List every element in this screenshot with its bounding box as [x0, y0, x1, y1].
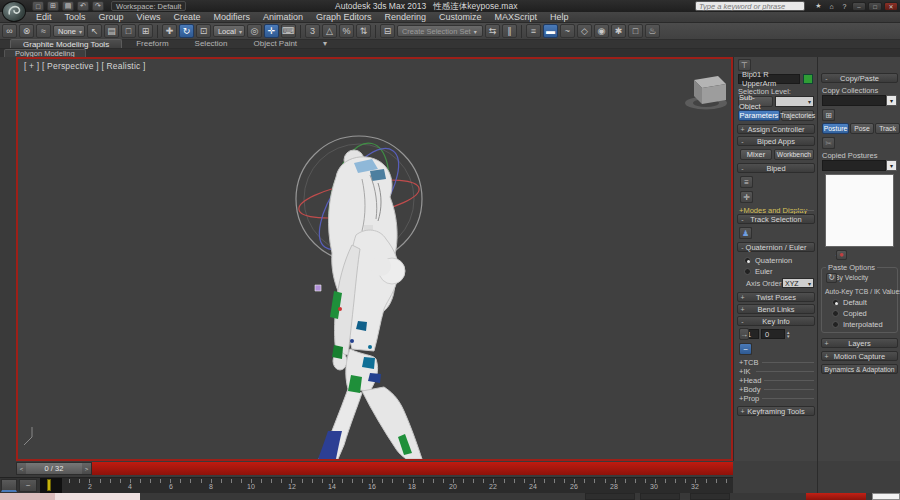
star-icon[interactable]: ★ — [813, 1, 824, 11]
menu-edit[interactable]: Edit — [36, 12, 52, 22]
selection-filter-dropdown[interactable]: None▾ — [53, 25, 85, 37]
trajectories-tab[interactable]: Trajectories — [781, 110, 814, 121]
workspace-dropdown[interactable]: Workspace: Default — [111, 1, 186, 11]
edit-named-sets-icon[interactable]: ⊟ — [380, 24, 395, 38]
bind-to-spacewarp-icon[interactable]: ≈ — [36, 24, 51, 38]
rollout-track-selection[interactable]: -Track Selection — [737, 214, 815, 224]
object-color-swatch[interactable] — [803, 74, 813, 84]
ribbon-tab-object-paint[interactable]: Object Paint — [242, 39, 310, 48]
next-key-icon[interactable]: → — [739, 328, 749, 340]
save-file-icon[interactable]: ▤ — [62, 1, 74, 11]
menu-group[interactable]: Group — [99, 12, 124, 22]
manage-layers-icon[interactable]: ≡ — [526, 24, 541, 38]
menu-graph-editors[interactable]: Graph Editors — [316, 12, 372, 22]
window-crossing-icon[interactable]: ⊞ — [138, 24, 153, 38]
body-expander[interactable]: +Body — [739, 385, 760, 394]
opposite-icon[interactable]: ♟ — [739, 227, 752, 239]
mixer-button[interactable]: Mixer — [740, 149, 772, 160]
coordinate-field[interactable] — [872, 493, 900, 500]
coord-system-dropdown[interactable]: Local▾ — [213, 25, 245, 37]
select-object-icon[interactable]: ↖ — [87, 24, 102, 38]
selection-range-button[interactable] — [1, 479, 17, 492]
playback-controls-button[interactable] — [690, 493, 730, 500]
maximize-button[interactable]: □ — [868, 2, 882, 11]
select-and-move-icon[interactable]: ✚ — [162, 24, 177, 38]
ribbon-tab-graphite[interactable]: Graphite Modeling Tools — [10, 39, 122, 48]
copied-postures-dropdown[interactable] — [822, 160, 886, 171]
ribbon-minimize-icon[interactable]: ▾ — [311, 39, 339, 48]
pose-tab[interactable]: Pose — [850, 123, 874, 134]
menu-help[interactable]: Help — [550, 12, 569, 22]
radio-interpolated[interactable]: Interpolated — [832, 320, 883, 329]
posture-tab[interactable]: Posture — [822, 123, 849, 134]
select-and-scale-icon[interactable]: ⊡ — [196, 24, 211, 38]
rollout-bend-links[interactable]: +Bend Links — [737, 304, 815, 314]
undo-icon[interactable]: ↶ — [77, 1, 89, 11]
rectangular-selection-icon[interactable]: □ — [121, 24, 136, 38]
rollout-biped-apps[interactable]: -Biped Apps — [737, 136, 815, 146]
toggle-ribbon-icon[interactable]: ▬ — [543, 24, 558, 38]
select-and-link-icon[interactable]: ∞ — [2, 24, 17, 38]
ribbon-panel-polygon-modeling[interactable]: Polygon Modeling — [4, 49, 86, 57]
mixer-mode-icon[interactable]: ≡ — [740, 176, 753, 188]
menu-maxscript[interactable]: MAXScript — [495, 12, 538, 22]
menu-customize[interactable]: Customize — [439, 12, 482, 22]
schematic-view-icon[interactable]: ◇ — [577, 24, 592, 38]
prop-expander[interactable]: +Prop — [739, 394, 759, 403]
select-and-manipulate-icon[interactable]: ✛ — [264, 24, 279, 38]
minimize-button[interactable]: – — [852, 2, 866, 11]
ribbon-tab-selection[interactable]: Selection — [183, 39, 240, 48]
head-expander[interactable]: +Head — [739, 376, 761, 385]
prev-frame-button[interactable]: < — [17, 463, 26, 474]
load-preferences-icon[interactable]: ⊞ — [822, 109, 835, 121]
menu-views[interactable]: Views — [137, 12, 161, 22]
copied-postures-arrow[interactable]: ▾ — [886, 160, 897, 171]
time-slider-track[interactable] — [92, 462, 733, 475]
auto-key-button[interactable] — [806, 493, 866, 500]
named-selection-dropdown[interactable]: Create Selection Set▾ — [397, 25, 483, 37]
radio-copied[interactable]: Copied — [832, 309, 867, 318]
render-production-icon[interactable]: ♨ — [645, 24, 660, 38]
paste-rotation-icon[interactable]: ↻ — [826, 273, 837, 283]
mirror-icon[interactable]: ⇆ — [485, 24, 500, 38]
redo-icon[interactable]: ↷ — [92, 1, 104, 11]
percent-snap-icon[interactable]: % — [339, 24, 354, 38]
track-bar[interactable]: ~ 2 4 6 8 10 12 14 16 18 20 22 24 26 28 … — [0, 477, 733, 493]
close-button[interactable]: ✕ — [884, 2, 898, 11]
snapshot-none-icon[interactable]: ● — [836, 250, 847, 260]
key-time-spinner[interactable]: ▴▾ — [787, 330, 790, 338]
curve-editor-icon[interactable]: ~ — [560, 24, 575, 38]
maxscript-listener-white[interactable] — [55, 493, 140, 500]
select-by-name-icon[interactable]: ▤ — [104, 24, 119, 38]
snap-toggle-icon[interactable]: 3 — [305, 24, 320, 38]
rollout-dynamics-adaptation[interactable]: +Dynamics & Adaptation — [821, 364, 898, 374]
material-editor-icon[interactable]: ◉ — [594, 24, 609, 38]
cut-posture-icon[interactable]: ✂ — [822, 137, 835, 149]
render-setup-icon[interactable]: ✱ — [611, 24, 626, 38]
menu-create[interactable]: Create — [173, 12, 200, 22]
radio-quaternion[interactable]: Quaternion — [744, 256, 792, 265]
search-input[interactable]: Type a keyword or phrase — [695, 1, 805, 11]
radio-euler[interactable]: Euler — [744, 267, 773, 276]
rollout-layers[interactable]: +Layers — [821, 338, 898, 348]
copy-collections-dropdown[interactable] — [822, 95, 886, 106]
track-tab[interactable]: Track — [875, 123, 900, 134]
select-and-rotate-icon[interactable]: ↻ — [179, 24, 194, 38]
frame-ruler[interactable]: 2 4 6 8 10 12 14 16 18 20 22 24 26 28 30… — [40, 478, 733, 494]
tcb-expander[interactable]: +TCB — [739, 358, 758, 367]
ribbon-tab-freeform[interactable]: Freeform — [124, 39, 180, 48]
next-frame-button[interactable]: > — [82, 463, 91, 474]
object-name-field[interactable]: Bip01 R UpperArm — [738, 74, 800, 84]
keyboard-override-icon[interactable]: ⌨ — [281, 24, 296, 38]
key-time-field[interactable]: 0 — [761, 329, 785, 339]
move-all-mode-icon[interactable]: ✛ — [740, 191, 753, 203]
mini-curve-editor-icon[interactable]: ~ — [19, 479, 37, 492]
time-slider-handle[interactable]: < 0 / 32 > — [16, 462, 92, 475]
menu-animation[interactable]: Animation — [263, 12, 303, 22]
trajectories-toggle-icon[interactable]: ~ — [739, 343, 752, 355]
rollout-motion-capture[interactable]: +Motion Capture — [821, 351, 898, 361]
help-icon[interactable]: ? — [839, 1, 850, 11]
workbench-button[interactable]: Workbench — [774, 149, 814, 160]
rollout-quaternion-euler[interactable]: -Quaternion / Euler — [737, 242, 815, 252]
menu-tools[interactable]: Tools — [65, 12, 86, 22]
